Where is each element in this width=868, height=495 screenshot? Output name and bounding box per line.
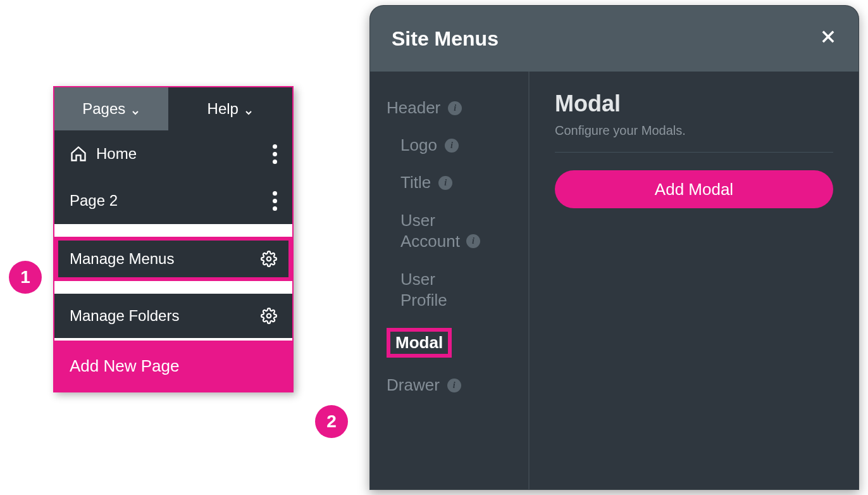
manage-folders-row[interactable]: Manage Folders [54, 294, 292, 338]
sidebar-item-user-profile[interactable]: User Profile [370, 260, 528, 319]
divider [555, 152, 833, 153]
sidebar-item-label: Logo [400, 135, 437, 155]
page-item-home[interactable]: Home [54, 130, 292, 177]
add-new-page-label: Add New Page [70, 356, 179, 376]
sidebar-item-label: Title [400, 173, 431, 192]
svg-point-1 [267, 314, 271, 318]
svg-point-0 [267, 257, 271, 261]
divider [54, 281, 292, 294]
modal-header: Site Menus [370, 6, 859, 72]
modal-sidebar: Header i Logo i Title i User Account i [370, 72, 530, 489]
tab-help[interactable]: Help [168, 87, 292, 130]
page-item-label: Page 2 [70, 192, 118, 210]
modal-content: Modal Configure your Modals. Add Modal [530, 72, 859, 489]
manage-menus-row[interactable]: Manage Menus [54, 237, 292, 281]
divider [54, 224, 292, 237]
sidebar-item-logo[interactable]: Logo i [370, 127, 528, 164]
tab-pages[interactable]: Pages [54, 87, 168, 130]
manage-folders-label: Manage Folders [70, 307, 179, 325]
chevron-down-icon [244, 104, 254, 114]
add-modal-button[interactable]: Add Modal [555, 170, 833, 208]
sidebar-item-label: Modal [387, 328, 452, 358]
page-item-label: Home [96, 145, 137, 163]
callout-badge-1: 1 [9, 261, 42, 294]
site-menus-modal: Site Menus Header i Logo i Title i User [369, 5, 859, 490]
tab-pages-label: Pages [82, 100, 125, 118]
sidebar-item-title[interactable]: Title i [370, 164, 528, 201]
gear-icon [261, 251, 277, 267]
info-icon[interactable]: i [466, 234, 480, 248]
home-icon [70, 145, 87, 163]
sidebar-item-label: User Profile [400, 269, 447, 310]
sidebar-item-header[interactable]: Header i [370, 89, 528, 127]
info-icon[interactable]: i [445, 139, 459, 153]
sidebar-item-user-account[interactable]: User Account i [370, 201, 528, 260]
manage-menus-label: Manage Menus [70, 250, 174, 268]
sidebar-item-label: User Account i [400, 210, 480, 251]
modal-title: Site Menus [392, 27, 499, 51]
sidebar-item-label: Header [387, 98, 440, 118]
dropdown-tab-row: Pages Help [54, 87, 292, 130]
sidebar-item-drawer[interactable]: Drawer i [370, 367, 528, 404]
chevron-down-icon [130, 104, 140, 114]
more-dots-icon[interactable] [273, 191, 277, 211]
content-subtitle: Configure your Modals. [555, 123, 833, 138]
info-icon[interactable]: i [438, 176, 452, 190]
more-dots-icon[interactable] [273, 144, 277, 164]
sidebar-item-modal[interactable]: Modal [370, 319, 528, 367]
info-icon[interactable]: i [447, 379, 461, 392]
pages-dropdown-panel: Pages Help Home Page 2 Manage Menus [53, 86, 294, 392]
page-item-page2[interactable]: Page 2 [54, 177, 292, 224]
sidebar-item-label: Drawer [387, 375, 440, 395]
add-new-page-button[interactable]: Add New Page [54, 341, 292, 391]
info-icon[interactable]: i [448, 101, 462, 115]
modal-body: Header i Logo i Title i User Account i [370, 72, 859, 489]
content-title: Modal [555, 91, 833, 117]
callout-badge-2: 2 [315, 405, 348, 438]
close-icon[interactable] [819, 28, 837, 50]
callout-number: 2 [326, 411, 337, 432]
callout-number: 1 [20, 267, 30, 287]
gear-icon [261, 308, 277, 324]
tab-help-label: Help [208, 100, 239, 118]
